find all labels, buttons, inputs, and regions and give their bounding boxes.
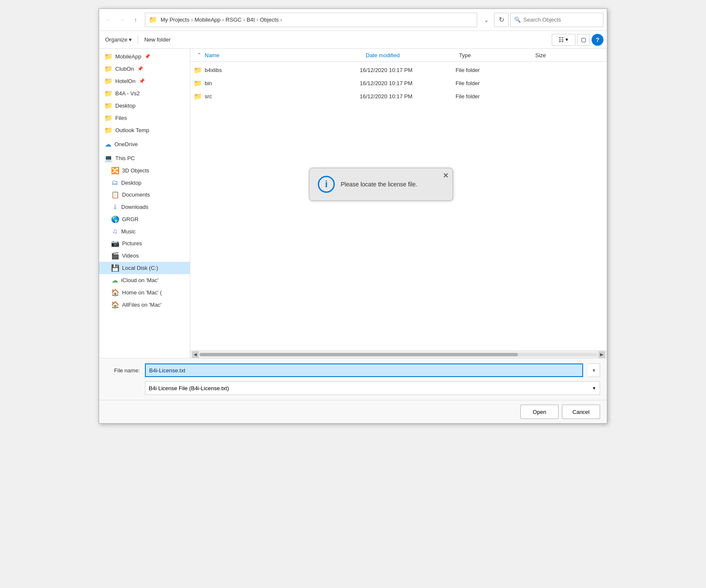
col-header-type[interactable]: Type xyxy=(459,52,535,58)
file-name-input[interactable] xyxy=(145,363,583,377)
table-row[interactable]: 📁 b4xlibs 16/12/2020 10:17 PM File folde… xyxy=(190,64,607,77)
sidebar-item-hotelon[interactable]: 📁 HotelOn 📌 xyxy=(99,75,190,87)
breadcrumb-folder-icon: 📁 xyxy=(149,16,157,24)
help-icon: ? xyxy=(596,36,600,43)
sidebar-item-label: OneDrive xyxy=(114,141,138,147)
sidebar-item-onedrive[interactable]: ☁ OneDrive xyxy=(99,138,190,150)
nav-bar: ← → ↑ 📁 My Projects › MobileApp › RSGC ›… xyxy=(99,9,607,31)
table-row[interactable]: 📁 bin 16/12/2020 10:17 PM File folder xyxy=(190,77,607,90)
up-button[interactable]: ↑ xyxy=(130,14,142,26)
sort-direction-icon[interactable]: ⌃ xyxy=(194,51,205,59)
view-toggle-button[interactable]: ☷ ▼ xyxy=(552,34,575,46)
search-icon: 🔍 xyxy=(514,17,521,23)
sidebar-item-files[interactable]: 📁 Files xyxy=(99,112,190,124)
layout-icon: ▢ xyxy=(581,36,586,43)
sidebar-item-label: Music xyxy=(121,228,136,235)
pin-icon: 📌 xyxy=(137,66,143,72)
bc-item-4[interactable]: B4I xyxy=(247,17,255,23)
sidebar-item-mobileapp[interactable]: 📁 MobileApp 📌 xyxy=(99,50,190,63)
filetype-row: B4i License File (B4i-License.txt) ▼ xyxy=(106,381,600,395)
file-folder-icon: 📁 xyxy=(194,92,202,100)
sidebar-item-3d-objects[interactable]: 🔀 3D Objects xyxy=(99,164,190,177)
file-name: src xyxy=(205,93,357,100)
sidebar-item-music[interactable]: ♫ Music xyxy=(99,225,190,237)
search-box: 🔍 xyxy=(510,13,603,27)
back-button[interactable]: ← xyxy=(103,14,114,26)
scroll-right-button[interactable]: ▶ xyxy=(598,351,605,358)
sidebar-item-label: B4A - Vs2 xyxy=(115,90,140,97)
sidebar-item-documents[interactable]: 📋 Documents xyxy=(99,189,190,201)
onedrive-icon: ☁ xyxy=(104,140,112,148)
scroll-left-button[interactable]: ◀ xyxy=(192,351,199,358)
file-folder-icon: 📁 xyxy=(194,79,202,87)
bc-sep-3: › xyxy=(243,17,245,23)
breadcrumb-dropdown-button[interactable]: ⌄ xyxy=(481,14,492,26)
pictures-icon: 📷 xyxy=(111,239,120,247)
sidebar-item-label: Documents xyxy=(122,191,150,198)
desktop-icon: 🗂 xyxy=(111,179,119,186)
layout-button[interactable]: ▢ xyxy=(577,34,590,46)
file-date: 16/12/2020 10:17 PM xyxy=(360,93,453,100)
folder-icon: 📁 xyxy=(104,114,113,122)
breadcrumb[interactable]: 📁 My Projects › MobileApp › RSGC › B4I ›… xyxy=(145,13,477,27)
sidebar-item-home-mac[interactable]: 🏠 Home on 'Mac' ( xyxy=(99,286,190,299)
forward-button[interactable]: → xyxy=(116,14,128,26)
sidebar-item-label: iCloud on 'Mac' xyxy=(121,277,158,283)
sidebar-item-clubon[interactable]: 📁 ClubOn 📌 xyxy=(99,63,190,75)
sidebar-item-icloud[interactable]: ☁ iCloud on 'Mac' xyxy=(99,274,190,286)
back-icon: ← xyxy=(106,17,111,23)
col-header-name[interactable]: Name xyxy=(205,52,366,58)
bc-item-5[interactable]: Objects xyxy=(260,17,278,23)
pc-icon: 💻 xyxy=(104,154,113,162)
help-button[interactable]: ? xyxy=(592,34,603,46)
table-row[interactable]: 📁 src 16/12/2020 10:17 PM File folder xyxy=(190,90,607,103)
sidebar-item-local-disk[interactable]: 💾 Local Disk (C:) xyxy=(99,262,190,274)
sidebar-item-grgr[interactable]: 🌎 GRGR xyxy=(99,213,190,225)
bc-item-2[interactable]: MobileApp xyxy=(195,17,220,23)
sidebar-item-allfiles-mac[interactable]: 🏠 AllFiles on 'Mac' xyxy=(99,299,190,311)
tooltip-message: Please locate the license file. xyxy=(341,181,417,188)
col-header-date[interactable]: Date modified xyxy=(366,52,459,58)
info-tooltip: i Please locate the license file. ✕ xyxy=(309,168,453,201)
organize-button[interactable]: Organize ▾ xyxy=(103,35,134,44)
sidebar-item-this-pc[interactable]: 💻 This PC xyxy=(99,152,190,164)
refresh-button[interactable]: ↻ xyxy=(494,13,509,27)
bc-sep-4: › xyxy=(256,17,258,23)
col-header-size[interactable]: Size xyxy=(535,52,578,58)
filetype-dropdown-icon: ▼ xyxy=(592,386,596,391)
documents-icon: 📋 xyxy=(111,191,120,199)
file-date: 16/12/2020 10:17 PM xyxy=(360,80,453,86)
sidebar-item-pictures[interactable]: 📷 Pictures xyxy=(99,237,190,250)
bc-item-3[interactable]: RSGC xyxy=(225,17,242,23)
sidebar-item-desktop[interactable]: 🗂 Desktop xyxy=(99,177,190,189)
cancel-button[interactable]: Cancel xyxy=(562,405,600,419)
file-name-label: File name: xyxy=(106,367,140,374)
horizontal-scrollbar[interactable]: ◀ ▶ xyxy=(190,350,607,358)
sidebar-item-label: AllFiles on 'Mac' xyxy=(122,302,161,308)
sidebar-item-downloads[interactable]: ⇓ Downloads xyxy=(99,201,190,213)
toolbar-separator xyxy=(138,36,138,44)
network-icon: 🏠 xyxy=(111,288,120,297)
folder-icon: 📁 xyxy=(104,53,113,61)
folder-icon: 📁 xyxy=(104,89,113,97)
sidebar-item-label: This PC xyxy=(115,155,135,161)
new-folder-button[interactable]: New folder xyxy=(142,35,173,44)
file-type-select[interactable]: B4i License File (B4i-License.txt) ▼ xyxy=(145,381,600,395)
bc-item-1[interactable]: My Projects xyxy=(161,17,189,23)
sidebar-item-label: Downloads xyxy=(121,204,148,210)
filename-row: File name: ▼ xyxy=(106,363,600,377)
sidebar-item-label: Local Disk (C:) xyxy=(122,265,158,271)
file-type-label: B4i License File (B4i-License.txt) xyxy=(149,385,229,391)
sidebar-item-outlook-temp[interactable]: 📁 Outlook Temp xyxy=(99,124,190,136)
tooltip-close-button[interactable]: ✕ xyxy=(443,172,448,180)
sidebar-item-videos[interactable]: 🎬 Videos xyxy=(99,250,190,262)
search-input[interactable] xyxy=(523,17,600,23)
toolbar: Organize ▾ New folder ☷ ▼ ▢ ? xyxy=(99,31,607,49)
sidebar-item-label: HotelOn xyxy=(115,78,136,84)
sidebar-item-desktop-pin[interactable]: 📁 Desktop xyxy=(99,100,190,112)
open-button[interactable]: Open xyxy=(520,405,559,419)
sidebar-item-b4a-vs2[interactable]: 📁 B4A - Vs2 xyxy=(99,87,190,100)
scroll-track[interactable] xyxy=(200,353,598,356)
filename-dropdown-button[interactable]: ▼ xyxy=(588,363,600,377)
file-type: File folder xyxy=(456,80,532,86)
